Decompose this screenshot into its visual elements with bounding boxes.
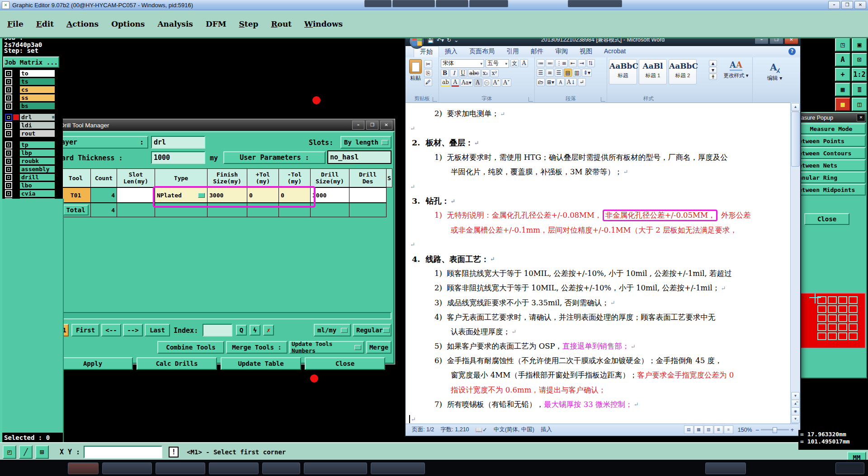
layer-row-ss[interactable]: ss: [5, 94, 62, 102]
layer-checkbox[interactable]: [5, 78, 12, 85]
language-indicator[interactable]: 中文(简体, 中国): [494, 426, 534, 434]
layer-checkbox[interactable]: [5, 114, 12, 121]
measure-item[interactable]: nnular Ring: [797, 172, 866, 183]
zoom-out-icon[interactable]: –: [756, 427, 759, 433]
next-button[interactable]: -->: [123, 324, 143, 336]
layer-name[interactable]: drl⊞: [20, 114, 55, 121]
change-styles-button[interactable]: AA 更改样式 ▾: [722, 60, 750, 79]
layer-checkbox[interactable]: [5, 86, 12, 93]
indent-icon[interactable]: ⇥: [578, 59, 586, 67]
update-table-button[interactable]: Update Table: [221, 357, 301, 370]
menu-file[interactable]: File: [7, 19, 24, 28]
layer-name[interactable]: ldi: [20, 122, 55, 129]
phonetic-icon[interactable]: 文: [510, 59, 519, 67]
layer-row-drill[interactable]: drill: [5, 173, 62, 181]
drill-size-input[interactable]: 3000: [310, 187, 349, 203]
menu-rout[interactable]: Rout: [271, 19, 292, 28]
styles-down-icon[interactable]: ▾: [709, 67, 717, 73]
slots-dropdown[interactable]: By length: [340, 136, 392, 149]
enclose-char-icon[interactable]: ㊀: [483, 79, 491, 87]
menu-options[interactable]: Options: [111, 19, 145, 28]
word-tab-邮件[interactable]: 邮件: [525, 46, 549, 57]
combine-tools-button[interactable]: Combine Tools: [157, 341, 224, 354]
font-style-button-x²[interactable]: x²: [491, 69, 499, 77]
char-border-icon[interactable]: A: [520, 59, 528, 67]
layer-row-cvia[interactable]: cvia: [5, 190, 62, 197]
word-tab-引用[interactable]: 引用: [500, 46, 525, 57]
font-size-combo[interactable]: 五号▾: [486, 59, 509, 68]
layer-name[interactable]: to: [20, 70, 55, 77]
styles-up-icon[interactable]: ▴: [709, 60, 717, 66]
zoom-in-icon[interactable]: +: [791, 427, 794, 433]
insert-mode[interactable]: 插入: [541, 426, 552, 434]
font-style-button-B[interactable]: B: [441, 69, 449, 77]
sort-az-icon[interactable]: A↓: [566, 78, 577, 86]
layer-input[interactable]: drl: [151, 136, 205, 149]
bulb-icon[interactable]: Q: [236, 325, 247, 336]
scroll-up-icon[interactable]: ▲: [791, 103, 800, 111]
font-style-button-abc[interactable]: abc: [468, 69, 481, 77]
user-parameters-button[interactable]: User Parameters :: [223, 151, 326, 164]
layer-checkbox[interactable]: [5, 190, 12, 197]
layer-name[interactable]: cs: [20, 86, 55, 93]
layer-name[interactable]: roubk: [20, 158, 55, 164]
dialog-titlebar[interactable]: ✕ Drill Tool Manager – ❐ ✕: [47, 119, 395, 131]
proofing-icon[interactable]: 📖✓: [476, 426, 487, 433]
font-color-icon[interactable]: A: [451, 79, 459, 87]
editing-button[interactable]: A⁁ 编辑 ▾: [755, 62, 795, 82]
layer-name[interactable]: bs: [20, 103, 55, 109]
font-style-button-U[interactable]: U: [459, 69, 467, 77]
justify-icon[interactable]: ▤: [564, 69, 572, 77]
hatch-icon[interactable]: ▩: [835, 98, 850, 111]
xy-input[interactable]: [84, 446, 162, 458]
merge-mode-dropdown[interactable]: Update Tools Numbers: [289, 341, 364, 354]
style-card-标题 2[interactable]: AaBbC标题 2: [669, 59, 697, 84]
layer-checkbox[interactable]: [5, 122, 12, 129]
menu-step[interactable]: Step: [239, 19, 259, 28]
index-input[interactable]: [203, 324, 232, 336]
font-style-button-x₂[interactable]: x₂: [481, 69, 490, 77]
word-tab-插入[interactable]: 插入: [439, 46, 463, 57]
line-mode-icon[interactable]: ╱: [19, 445, 33, 459]
layer-checkbox[interactable]: [5, 174, 12, 181]
taskbar-item[interactable]: [156, 462, 205, 474]
layer-row-tp[interactable]: tp: [5, 141, 62, 149]
prev-page-icon[interactable]: ▲̿: [791, 400, 800, 408]
layer-row-lbo[interactable]: lbo: [5, 182, 62, 189]
units-dropdown[interactable]: ml/my: [314, 324, 351, 336]
layer-checkbox[interactable]: [5, 149, 12, 157]
select-mode-icon[interactable]: ◰: [3, 445, 16, 459]
prev-button[interactable]: <--: [101, 324, 121, 336]
delete-icon[interactable]: ✗: [263, 325, 274, 336]
layer-row-to[interactable]: to: [5, 70, 62, 77]
dialog-maximize-button[interactable]: ❐: [366, 121, 378, 130]
font-name-combo[interactable]: 宋体▾: [441, 59, 484, 68]
squiggle-icon[interactable]: ϟ: [250, 325, 260, 336]
apply-button[interactable]: Apply: [52, 357, 133, 370]
layer-name[interactable]: ts: [20, 78, 55, 85]
style-card-标题[interactable]: AaBbC标题: [609, 59, 637, 84]
word-vscrollbar[interactable]: ▲ ▼ ▲̿ ◉ ▼̱: [790, 103, 800, 424]
filled-frame-icon[interactable]: ▣: [852, 38, 867, 51]
layer-name[interactable]: rout: [20, 130, 55, 137]
menu-actions[interactable]: Actions: [66, 19, 99, 28]
word-document[interactable]: 2) 要求加电测单；↵↵2. 板材、叠层：↵1) 无板材要求时，需使用 HTG；…: [406, 103, 790, 428]
layer-row-bs[interactable]: bs: [5, 102, 62, 110]
layer-field-button[interactable]: Layer:: [52, 136, 148, 149]
outdent-icon[interactable]: ⇤: [569, 59, 577, 67]
shading-icon[interactable]: 🗁: [537, 78, 545, 86]
minus-tol-input[interactable]: 0: [278, 187, 311, 203]
layer-name[interactable]: drill: [20, 174, 55, 181]
fullscreen-read-icon[interactable]: ▦: [694, 425, 703, 434]
layer-row-rout[interactable]: rout: [5, 130, 62, 137]
merge-button[interactable]: Merge: [366, 341, 392, 354]
measure-close-button[interactable]: Close: [804, 213, 849, 225]
layer-checkbox[interactable]: [5, 166, 12, 173]
measure-item[interactable]: etween Points: [797, 135, 866, 147]
help-icon[interactable]: ?: [788, 48, 796, 55]
user-parameters-input[interactable]: no_hasl: [327, 150, 392, 164]
total-button[interactable]: Total: [61, 203, 91, 217]
alert-icon[interactable]: !: [169, 447, 179, 457]
grid-snap-icon[interactable]: ⊞: [35, 445, 49, 459]
layer-expand-icon[interactable]: ⊞: [52, 115, 54, 119]
